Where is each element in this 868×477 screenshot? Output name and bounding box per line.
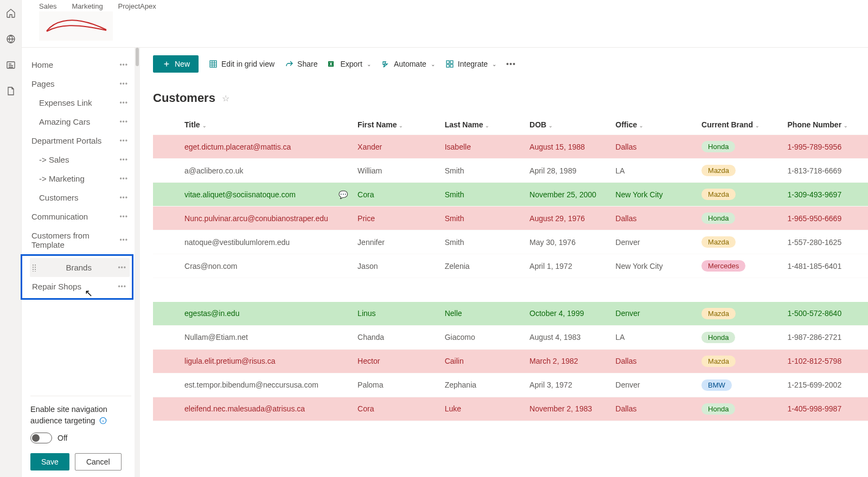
info-icon[interactable]: [99, 417, 107, 426]
share-button[interactable]: Share: [284, 59, 317, 69]
ellipsis-icon[interactable]: •••: [119, 118, 128, 126]
table-row[interactable]: vitae.aliquet@sociisnatoque.com💬CoraSmit…: [153, 183, 868, 207]
ellipsis-icon[interactable]: •••: [118, 264, 126, 272]
col-last-name[interactable]: Last Name⌄: [441, 115, 525, 135]
cell-dob: October 4, 1999: [525, 302, 611, 326]
ellipsis-icon[interactable]: •••: [119, 137, 128, 145]
cell-brand: BMW: [697, 373, 783, 397]
tab-sales[interactable]: Sales: [39, 2, 57, 10]
cell-title: eleifend.nec.malesuada@atrisus.ca: [180, 397, 334, 421]
cell-brand: Honda: [697, 207, 783, 230]
table-row[interactable]: Cras@non.comJasonZeleniaApril 1, 1972New…: [153, 254, 868, 278]
ellipsis-icon[interactable]: •••: [119, 156, 128, 164]
cell-title: Cras@non.com: [180, 254, 334, 278]
nav-scrollbar[interactable]: [135, 48, 140, 477]
nav-footer: Enable site navigation audience targetin…: [30, 396, 131, 470]
audience-targeting-toggle[interactable]: [30, 433, 52, 443]
home-icon[interactable]: [5, 8, 16, 18]
cell-dob: March 2, 1982: [525, 349, 611, 373]
cell-last-name: Smith: [441, 207, 525, 230]
nav-item[interactable]: Brands•••: [30, 258, 130, 277]
table-row[interactable]: ligula.elit.pretium@risus.caHectorCailin…: [153, 349, 868, 373]
more-actions[interactable]: •••: [506, 60, 516, 68]
export-button[interactable]: Export⌄: [327, 59, 371, 69]
cell-first-name: William: [353, 159, 441, 183]
favorite-star-icon[interactable]: ☆: [222, 93, 229, 104]
nav-item-label: Communication: [31, 212, 88, 221]
news-icon[interactable]: [5, 60, 16, 70]
site-logo[interactable]: [39, 11, 113, 41]
cell-title: Nullam@Etiam.net: [180, 325, 334, 349]
nav-item[interactable]: Customers from Template•••: [30, 226, 131, 254]
ellipsis-icon[interactable]: •••: [119, 194, 128, 202]
cell-phone: 1-215-699-2002: [783, 373, 868, 397]
nav-item[interactable]: -> Sales•••: [30, 150, 131, 169]
excel-icon: [327, 59, 337, 69]
nav-item-label: Amazing Cars: [39, 117, 90, 126]
nav-item-label: Department Portals: [31, 136, 101, 145]
nav-item[interactable]: Amazing Cars•••: [30, 112, 131, 131]
cell-first-name: Hector: [353, 349, 441, 373]
cell-office: LA: [611, 159, 697, 183]
tab-marketing[interactable]: Marketing: [72, 2, 103, 10]
nav-item[interactable]: Customers•••: [30, 188, 131, 207]
svg-rect-6: [450, 61, 453, 63]
table-row[interactable]: natoque@vestibulumlorem.eduJenniferSmith…: [153, 230, 868, 254]
site-nav: Home•••Pages•••Expenses Link•••Amazing C…: [22, 48, 135, 477]
nav-item[interactable]: Expenses Link•••: [30, 93, 131, 112]
col-title[interactable]: Title⌄: [180, 115, 334, 135]
nav-item[interactable]: Repair Shops•••: [30, 277, 130, 296]
col-current-brand[interactable]: Current Brand⌄: [697, 115, 783, 135]
ellipsis-icon[interactable]: •••: [119, 61, 128, 69]
cell-dob: May 30, 1976: [525, 230, 611, 254]
table-row[interactable]: a@aclibero.co.ukWilliamSmithApril 28, 19…: [153, 159, 868, 183]
cell-office: Dallas: [611, 207, 697, 230]
nav-item[interactable]: Home•••: [30, 55, 131, 74]
automate-button[interactable]: Automate⌄: [381, 59, 435, 69]
cell-office: Denver: [611, 302, 697, 326]
nav-item[interactable]: -> Marketing•••: [30, 169, 131, 188]
col-dob[interactable]: DOB⌄: [525, 115, 611, 135]
ellipsis-icon[interactable]: •••: [118, 283, 126, 291]
globe-icon[interactable]: [5, 34, 16, 44]
nav-item[interactable]: Department Portals•••: [30, 131, 131, 150]
nav-item[interactable]: Communication•••: [30, 207, 131, 226]
cell-title: egestas@in.edu: [180, 302, 334, 326]
new-button[interactable]: New: [153, 55, 199, 73]
brand-pill: Mercedes: [701, 260, 745, 272]
save-button[interactable]: Save: [30, 453, 69, 470]
integrate-button[interactable]: Integrate⌄: [445, 59, 496, 69]
comment-icon[interactable]: 💬: [339, 190, 348, 199]
drag-handle-icon[interactable]: [32, 264, 36, 272]
ellipsis-icon[interactable]: •••: [119, 236, 128, 244]
table-row[interactable]: est.tempor.bibendum@neccursusa.comPaloma…: [153, 373, 868, 397]
nav-item-label: -> Marketing: [39, 174, 85, 183]
svg-rect-5: [446, 61, 449, 63]
cell-brand: Mazda: [697, 230, 783, 254]
nav-item[interactable]: Pages•••: [30, 74, 131, 93]
command-bar: New Edit in grid view Share Export⌄: [153, 48, 868, 79]
col-first-name[interactable]: First Name⌄: [353, 115, 441, 135]
cell-phone: 1-405-998-9987: [783, 397, 868, 421]
ellipsis-icon[interactable]: •••: [119, 80, 128, 88]
ellipsis-icon[interactable]: •••: [119, 213, 128, 221]
page-icon[interactable]: [5, 86, 16, 96]
col-office[interactable]: Office⌄: [611, 115, 697, 135]
table-row[interactable]: eget.dictum.placerat@mattis.caXanderIsab…: [153, 135, 868, 159]
col-phone[interactable]: Phone Number⌄: [783, 115, 868, 135]
brand-pill: Mazda: [701, 189, 736, 200]
edit-grid-button[interactable]: Edit in grid view: [208, 59, 275, 69]
ellipsis-icon[interactable]: •••: [119, 99, 128, 107]
table-row[interactable]: Nullam@Etiam.netChandaGiacomoAugust 4, 1…: [153, 325, 868, 349]
cell-brand: Honda: [697, 325, 783, 349]
table-row[interactable]: eleifend.nec.malesuada@atrisus.caCoraLuk…: [153, 397, 868, 421]
table-row[interactable]: egestas@in.eduLinusNelleOctober 4, 1999D…: [153, 302, 868, 326]
cell-phone: 1-987-286-2721: [783, 325, 868, 349]
ellipsis-icon[interactable]: •••: [119, 175, 128, 183]
svg-rect-7: [446, 65, 449, 67]
cell-office: New York City: [611, 254, 697, 278]
cancel-button[interactable]: Cancel: [75, 453, 122, 470]
tab-projectapex[interactable]: ProjectApex: [118, 2, 156, 10]
cell-first-name: Cora: [353, 183, 441, 207]
table-row[interactable]: Nunc.pulvinar.arcu@conubianostraper.eduP…: [153, 207, 868, 230]
